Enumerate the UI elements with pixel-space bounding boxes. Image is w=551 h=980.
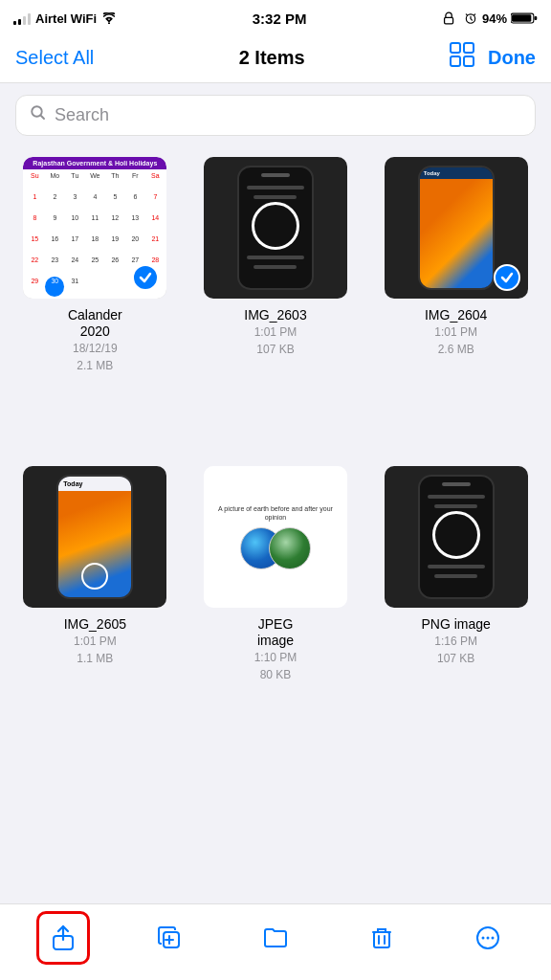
phone-today-thumb: Today [56, 475, 133, 599]
status-time: 3:32 PM [253, 11, 307, 27]
status-right: 94% [442, 11, 538, 26]
list-item[interactable]: A picture of earth before and after your… [190, 462, 362, 756]
phone-colorful-thumb: Today [418, 166, 495, 290]
battery-label: 94% [482, 11, 507, 26]
battery-icon [511, 11, 538, 25]
svg-rect-6 [451, 43, 460, 53]
file-name: JPEGimage [257, 616, 294, 649]
file-meta: 18/12/192.1 MB [73, 340, 118, 374]
phone-thumb [237, 166, 314, 290]
thumbnail: Today [385, 157, 528, 299]
folder-button[interactable] [249, 911, 302, 965]
status-bar: Airtel WiFi 3:32 PM 94% [0, 0, 551, 34]
thumbnail-wrap: Today [380, 153, 533, 301]
thumbnail: Rajasthan Government & Holi Holidays SuM… [23, 157, 166, 299]
done-button[interactable]: Done [488, 47, 536, 69]
file-name: Calander2020 [68, 307, 122, 340]
selected-badge [494, 264, 520, 291]
nav-bar: Select All 2 Items Done [0, 34, 551, 83]
list-item[interactable]: Rajasthan Government & Holi Holidays SuM… [10, 153, 181, 447]
svg-rect-5 [535, 16, 538, 20]
thumbnail [204, 157, 347, 299]
svg-point-0 [108, 22, 110, 24]
thumbnail-wrap: Rajasthan Government & Holi Holidays SuM… [18, 153, 171, 301]
list-item[interactable]: PNG image 1:16 PM107 KB [370, 462, 541, 756]
file-meta: 1:10 PM80 KB [254, 649, 298, 683]
earth-thumb: A picture of earth before and after your… [204, 466, 347, 608]
select-all-button[interactable]: Select All [15, 47, 94, 69]
svg-rect-4 [512, 14, 531, 22]
file-name: IMG_2603 [244, 307, 306, 323]
svg-point-15 [482, 936, 485, 939]
search-icon [30, 104, 47, 126]
svg-rect-13 [374, 932, 389, 947]
svg-rect-1 [445, 17, 453, 23]
nav-right-actions: Done [450, 42, 536, 73]
list-item[interactable]: IMG_2603 1:01 PM107 KB [190, 153, 362, 447]
wifi-icon [101, 12, 117, 24]
thumbnail [385, 466, 528, 608]
status-left: Airtel WiFi [13, 11, 117, 26]
svg-point-10 [32, 106, 42, 117]
list-item[interactable]: Today IMG_2605 1:01 PM1.1 MB [10, 462, 181, 756]
search-bar[interactable]: Search [15, 95, 536, 136]
svg-rect-9 [464, 56, 474, 66]
thumbnail-wrap: Today [18, 462, 171, 611]
alarm-icon [463, 11, 478, 25]
file-meta: 1:01 PM107 KB [254, 323, 298, 358]
selected-badge [132, 264, 159, 291]
svg-point-16 [487, 936, 490, 939]
svg-point-17 [492, 936, 495, 939]
thumbnail: A picture of earth before and after your… [204, 466, 347, 608]
thumbnail-wrap [199, 153, 352, 301]
list-item[interactable]: Today IMG_2604 1:01 PM2.6 MB [370, 153, 541, 447]
search-placeholder: Search [55, 105, 109, 125]
phone-thumb2 [418, 475, 495, 599]
nav-title: 2 Items [239, 47, 305, 69]
delete-button[interactable] [355, 911, 408, 965]
thumbnail-wrap [380, 462, 533, 611]
share-button[interactable] [36, 911, 90, 965]
file-name: IMG_2604 [425, 307, 487, 323]
signal-icon [13, 11, 31, 25]
thumbnail: Today [23, 466, 166, 608]
file-meta: 1:01 PM2.6 MB [434, 323, 477, 358]
file-meta: 1:01 PM1.1 MB [74, 633, 117, 667]
more-button[interactable] [461, 911, 515, 965]
copy-button[interactable] [143, 911, 196, 965]
carrier-label: Airtel WiFi [35, 11, 97, 26]
file-meta: 1:16 PM107 KB [434, 633, 477, 667]
cal-header: Rajasthan Government & Holi Holidays [23, 157, 166, 169]
file-name: PNG image [421, 616, 490, 633]
grid-view-icon[interactable] [450, 42, 474, 73]
search-bar-wrap: Search [0, 83, 551, 144]
thumbnail-wrap: A picture of earth before and after your… [199, 462, 352, 611]
lock-icon [442, 11, 459, 25]
bottom-toolbar [0, 903, 551, 980]
svg-rect-7 [464, 43, 474, 53]
file-grid: Rajasthan Government & Holi Holidays SuM… [0, 144, 551, 757]
svg-rect-8 [451, 56, 460, 66]
file-name: IMG_2605 [64, 616, 126, 633]
